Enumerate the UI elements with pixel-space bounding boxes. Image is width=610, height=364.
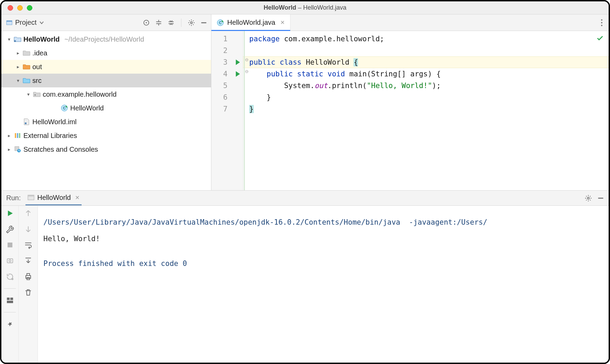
tree-project-root[interactable]: ▾ HelloWorld ~/IdeaProjects/HelloWorld	[1, 32, 211, 46]
toolbar-divider	[4, 312, 15, 312]
tree-node-src[interactable]: ▾ src	[1, 74, 211, 87]
project-view-selector[interactable]: Project	[6, 19, 140, 26]
line-number: 5	[223, 82, 228, 90]
locate-file-button[interactable]	[143, 19, 150, 26]
up-button[interactable]	[24, 209, 32, 217]
console-line-command: /Users/User/Library/Java/JavaVirtualMach…	[43, 218, 603, 226]
run-gutter-icon[interactable]	[236, 71, 240, 77]
tree-node-idea[interactable]: ▸ .idea	[1, 46, 211, 60]
line-number: 3	[223, 58, 228, 66]
fold-indicator	[244, 31, 245, 190]
window-title: HelloWorld – HelloWorld.java	[1, 4, 609, 11]
close-tab-button[interactable]: ✕	[280, 19, 285, 26]
node-label: HelloWorld.iml	[32, 118, 77, 126]
fold-toggle-icon[interactable]: ⊖	[245, 68, 249, 75]
chevron-right-icon[interactable]: ▸	[6, 133, 12, 138]
svg-point-18	[601, 22, 602, 23]
down-button[interactable]	[24, 225, 32, 233]
code-editor[interactable]: 1 2 3 4 5 6 7 package com.example.hellow…	[211, 31, 609, 190]
project-tree[interactable]: ▾ HelloWorld ~/IdeaProjects/HelloWorld ▸…	[1, 31, 211, 190]
chevron-right-icon[interactable]: ▸	[15, 50, 21, 56]
toolbar-divider	[4, 288, 15, 289]
editor-gutter[interactable]: 1 2 3 4 5 6 7	[211, 31, 243, 190]
hide-panel-button[interactable]	[200, 19, 208, 26]
restart-button[interactable]	[6, 272, 14, 281]
clear-all-button[interactable]	[24, 288, 32, 297]
run-tool-header: Run: HelloWorld ✕	[1, 191, 609, 206]
run-tab-active[interactable]: HelloWorld ✕	[25, 191, 81, 205]
svg-point-3	[146, 22, 147, 23]
close-run-tab-button[interactable]: ✕	[75, 194, 80, 201]
svg-rect-12	[19, 133, 20, 138]
tree-node-class[interactable]: ▸ C HelloWorld	[1, 101, 211, 115]
collapse-all-button[interactable]	[167, 19, 175, 26]
titlebar: HelloWorld – HelloWorld.java	[1, 1, 609, 14]
svg-rect-31	[27, 274, 30, 276]
code-content[interactable]: package com.example.helloworld; ⊖public …	[243, 31, 609, 190]
run-console[interactable]: /Users/User/Library/Java/JavaVirtualMach…	[38, 206, 609, 363]
svg-rect-11	[17, 133, 18, 138]
module-file-icon	[23, 119, 30, 125]
dump-threads-button[interactable]	[6, 257, 14, 265]
hide-run-panel-button[interactable]	[597, 194, 604, 202]
run-settings-button[interactable]	[585, 194, 592, 202]
settings-button[interactable]	[188, 19, 195, 26]
window-title-project: HelloWorld	[264, 4, 296, 11]
chevron-right-icon[interactable]: ▸	[15, 64, 21, 69]
svg-rect-24	[7, 259, 13, 263]
editor-area: C HelloWorld.java ✕ 1 2	[211, 14, 609, 190]
tree-node-out[interactable]: ▸ out	[1, 60, 211, 74]
folder-icon	[23, 50, 30, 56]
run-toolbar-secondary	[19, 206, 38, 363]
editor-tabs: C HelloWorld.java ✕	[211, 14, 609, 31]
line-number: 4	[223, 70, 228, 78]
toolbar-divider	[181, 19, 181, 27]
project-path: ~/IdeaProjects/HelloWorld	[64, 35, 144, 43]
line-number: 2	[223, 46, 228, 55]
svg-rect-10	[15, 133, 16, 138]
stop-button[interactable]	[6, 241, 14, 249]
tree-node-iml[interactable]: ▸ HelloWorld.iml	[1, 115, 211, 129]
run-gutter-icon[interactable]	[236, 60, 240, 65]
layout-button[interactable]	[6, 296, 14, 304]
run-tab-label: HelloWorld	[37, 194, 71, 202]
editor-options-button[interactable]	[595, 14, 609, 31]
chevron-down-icon[interactable]: ▾	[15, 78, 21, 83]
line-number: 1	[223, 35, 228, 43]
expand-all-button[interactable]	[155, 19, 162, 26]
pin-button[interactable]	[6, 320, 14, 328]
svg-rect-9	[25, 122, 27, 124]
node-label: com.example.helloworld	[43, 90, 117, 98]
tree-node-package[interactable]: ▾ com.example.helloworld	[1, 87, 211, 101]
node-label: HelloWorld	[70, 104, 104, 112]
node-label: src	[32, 77, 42, 85]
run-tool-window: Run: HelloWorld ✕	[1, 191, 609, 363]
print-button[interactable]	[24, 272, 32, 281]
editor-tab-active[interactable]: C HelloWorld.java ✕	[211, 14, 291, 31]
scroll-to-end-button[interactable]	[24, 257, 32, 265]
chevron-down-icon[interactable]: ▾	[25, 92, 31, 97]
soft-wrap-button[interactable]	[24, 241, 32, 249]
rerun-button[interactable]	[6, 209, 14, 217]
console-line-exit: Process finished with exit code 0	[43, 259, 603, 268]
fold-toggle-icon[interactable]: ⊖	[245, 56, 249, 63]
node-label: Scratches and Consoles	[23, 146, 98, 153]
tree-node-scratches[interactable]: ▸ Scratches and Consoles	[1, 142, 211, 156]
java-class-icon: C	[217, 19, 224, 26]
project-view-title: Project	[15, 19, 36, 26]
chevron-down-icon[interactable]: ▾	[6, 36, 12, 42]
wrench-button[interactable]	[6, 225, 14, 233]
svg-rect-5	[14, 40, 16, 42]
svg-point-6	[34, 94, 36, 96]
run-label: Run:	[6, 194, 21, 202]
chevron-right-icon[interactable]: ▸	[6, 147, 12, 152]
svg-rect-21	[28, 195, 34, 196]
svg-point-26	[11, 278, 13, 280]
package-icon	[33, 91, 41, 97]
excluded-folder-icon	[23, 64, 30, 70]
svg-rect-1	[7, 21, 12, 22]
tree-node-external-libraries[interactable]: ▸ External Libraries	[1, 129, 211, 142]
editor-tab-label: HelloWorld.java	[227, 19, 275, 26]
svg-point-17	[601, 19, 602, 21]
svg-rect-29	[7, 301, 13, 303]
